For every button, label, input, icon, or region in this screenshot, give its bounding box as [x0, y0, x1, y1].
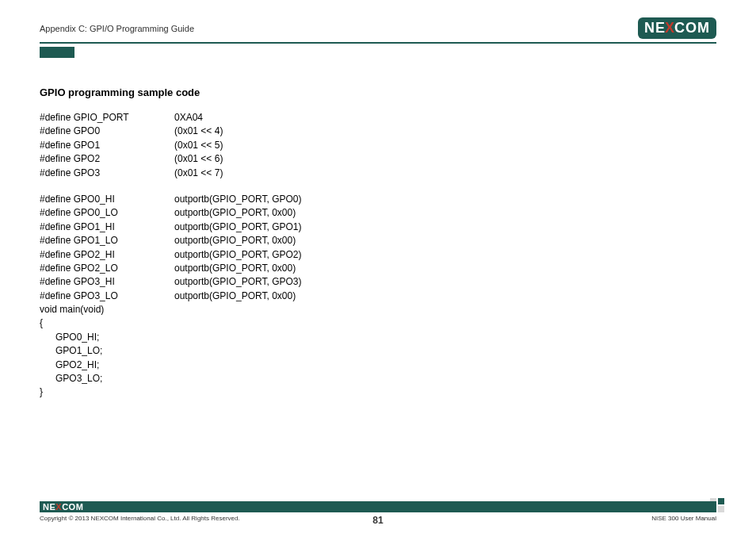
define-name: #define GPO1_HI	[40, 220, 174, 234]
define-value: (0x01 << 6)	[174, 152, 223, 166]
code-row: #define GPO2_HIoutportb(GPIO_PORT, GPO2)	[40, 248, 716, 262]
code-row: #define GPO0(0x01 << 4)	[40, 125, 716, 138]
define-value: (0x01 << 7)	[174, 167, 223, 180]
define-name: #define GPO0_LO	[40, 206, 174, 220]
define-name: #define GPO2_LO	[40, 262, 174, 275]
define-value: outportb(GPIO_PORT, 0x00)	[174, 262, 296, 275]
define-value: outportb(GPIO_PORT, 0x00)	[174, 290, 296, 303]
page-footer: NEXCOM Copyright © 2013 NEXCOM Internati…	[40, 501, 716, 522]
define-value: (0x01 << 4)	[174, 125, 223, 138]
define-name: #define GPIO_PORT	[40, 111, 174, 125]
define-value: (0x01 << 5)	[174, 139, 223, 152]
code-row: #define GPO2(0x01 << 6)	[40, 152, 716, 166]
code-row: #define GPO3(0x01 << 7)	[40, 167, 716, 180]
define-name: #define GPO3_HI	[40, 275, 174, 289]
code-row: #define GPO1(0x01 << 5)	[40, 139, 716, 152]
page: Appendix C: GPI/O Programming Guide NEXC…	[0, 0, 756, 533]
define-name: #define GPO3	[40, 167, 174, 180]
define-value: 0XA04	[174, 111, 203, 125]
define-name: #define GPO2	[40, 152, 174, 166]
brand-logo: NEXCOM	[638, 17, 716, 39]
page-number: 81	[372, 515, 383, 526]
code-row: #define GPIO_PORT0XA04	[40, 111, 716, 125]
content-area: GPIO programming sample code #define GPI…	[40, 58, 716, 400]
define-name: #define GPO1_LO	[40, 234, 174, 247]
define-value: outportb(GPIO_PORT, 0x00)	[174, 234, 296, 247]
code-row: #define GPO1_HIoutportb(GPIO_PORT, GPO1)	[40, 220, 716, 234]
code-row: #define GPO0_LOoutportb(GPIO_PORT, 0x00)	[40, 206, 716, 220]
manual-name: NISE 300 User Manual	[651, 515, 716, 522]
code-line: void main(void)	[40, 303, 716, 316]
define-name: #define GPO0_HI	[40, 193, 174, 206]
define-name: #define GPO2_HI	[40, 248, 174, 262]
code-line: {	[40, 316, 716, 330]
define-value: outportb(GPIO_PORT, GPO3)	[174, 275, 302, 289]
define-value: outportb(GPIO_PORT, GPO0)	[174, 193, 302, 206]
code-row: #define GPO0_HIoutportb(GPIO_PORT, GPO0)	[40, 193, 716, 206]
content-title: GPIO programming sample code	[40, 86, 716, 98]
define-value: outportb(GPIO_PORT, 0x00)	[174, 206, 296, 220]
page-header: Appendix C: GPI/O Programming Guide NEXC…	[40, 17, 716, 44]
footer-bar: NEXCOM	[40, 501, 716, 512]
define-name: #define GPO3_LO	[40, 290, 174, 303]
code-line: GPO2_HI;	[40, 359, 716, 372]
define-name: #define GPO0	[40, 125, 174, 138]
code-line: GPO3_LO;	[40, 372, 716, 385]
code-line: }	[40, 385, 716, 399]
code-row: #define GPO3_HIoutportb(GPIO_PORT, GPO3)	[40, 275, 716, 289]
define-name: #define GPO1	[40, 139, 174, 152]
define-value: outportb(GPIO_PORT, GPO2)	[174, 248, 302, 262]
section-title: Appendix C: GPI/O Programming Guide	[40, 24, 194, 33]
code-line: GPO1_LO;	[40, 344, 716, 358]
code-row: #define GPO3_LOoutportb(GPIO_PORT, 0x00)	[40, 290, 716, 303]
code-line: GPO0_HI;	[40, 331, 716, 344]
code-block: #define GPIO_PORT0XA04#define GPO0(0x01 …	[40, 111, 716, 400]
code-row: #define GPO2_LOoutportb(GPIO_PORT, 0x00)	[40, 262, 716, 275]
logo-text-left: NE	[644, 20, 666, 36]
copyright: Copyright © 2013 NEXCOM International Co…	[40, 515, 240, 522]
logo-text-right: COM	[674, 20, 710, 36]
define-value: outportb(GPIO_PORT, GPO1)	[174, 220, 302, 234]
code-row: #define GPO1_LOoutportb(GPIO_PORT, 0x00)	[40, 234, 716, 247]
footer-logo: NEXCOM	[40, 502, 83, 512]
tab-marker	[40, 47, 74, 58]
footer-text: Copyright © 2013 NEXCOM International Co…	[40, 515, 716, 522]
